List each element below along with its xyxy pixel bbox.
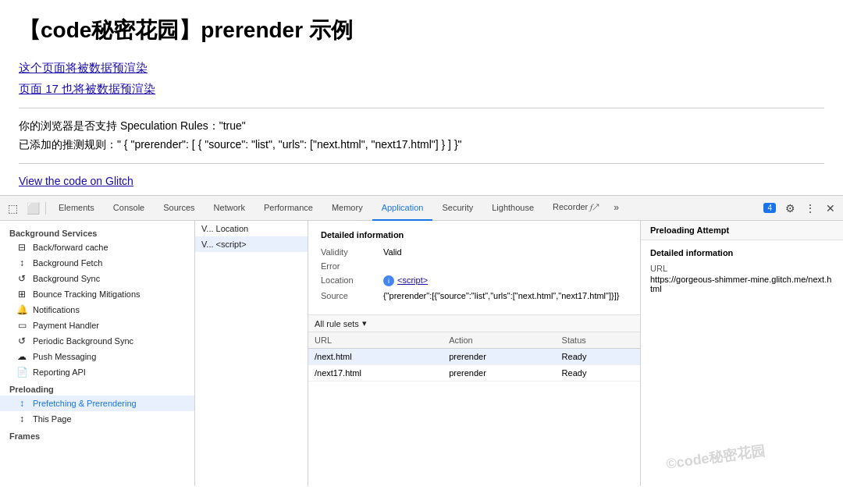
sidebar-item-payment[interactable]: ▭ Payment Handler bbox=[0, 318, 194, 333]
detail-error-row: Error bbox=[321, 261, 628, 271]
row1-url: /next.html bbox=[308, 349, 443, 365]
payment-icon: ▭ bbox=[16, 320, 28, 331]
push-icon: ☁ bbox=[16, 351, 28, 362]
location-link[interactable]: <script> bbox=[397, 275, 428, 285]
row2-status: Ready bbox=[556, 365, 640, 382]
page-title: 【code秘密花园】prerender 示例 bbox=[19, 16, 824, 45]
error-key: Error bbox=[321, 261, 383, 271]
bfcache-icon: ⊟ bbox=[16, 242, 28, 253]
detail-section: Detailed information Validity Valid Erro… bbox=[308, 221, 640, 315]
info2: 已添加的推测规则：" { "prerender": [ { "source": … bbox=[19, 138, 824, 152]
location-key: Location bbox=[321, 275, 383, 285]
sidebar-item-prefetch[interactable]: ↕ Prefetching & Prerendering bbox=[0, 396, 194, 411]
tab-sources[interactable]: Sources bbox=[154, 196, 204, 221]
tab-application[interactable]: Application bbox=[372, 196, 433, 221]
divider1 bbox=[19, 108, 824, 108]
table-row[interactable]: /next.html prerender Ready bbox=[308, 349, 640, 365]
attempt-url-row: URL https://gorgeous-shimmer-mine.glitch… bbox=[650, 264, 834, 293]
tab-recorder[interactable]: Recorder 𝑓↗ bbox=[543, 196, 609, 221]
col-action: Action bbox=[443, 332, 555, 349]
sidebar-item-bfcache[interactable]: ⊟ Back/forward cache bbox=[0, 240, 194, 255]
notif-icon: 🔔 bbox=[16, 304, 28, 315]
bgsync-icon: ↺ bbox=[16, 273, 28, 284]
col-url: URL bbox=[308, 332, 443, 349]
sidebar-item-bounce[interactable]: ⊞ Bounce Tracking Mitigations bbox=[0, 286, 194, 302]
attempt-url-key: URL bbox=[650, 264, 834, 273]
attempt-subtitle: Detailed information bbox=[650, 248, 834, 257]
reporting-icon: 📄 bbox=[16, 367, 28, 378]
devtools-tabs: Elements Console Sources Network Perform… bbox=[49, 196, 762, 221]
sidebar-item-reporting[interactable]: 📄 Reporting API bbox=[0, 364, 194, 380]
link2[interactable]: 页面 17 也将被数据预渲染 bbox=[19, 82, 824, 97]
detail-source-row: Source {"prerender":[{"source":"list","u… bbox=[321, 291, 628, 300]
attempt-title: Preloading Attempt bbox=[641, 221, 843, 240]
tab-security[interactable]: Security bbox=[432, 196, 482, 221]
info1: 你的浏览器是否支持 Speculation Rules："true" bbox=[19, 119, 824, 133]
row2-url: /next17.html bbox=[308, 365, 443, 382]
attempt-url-val: https://gorgeous-shimmer-mine.glitch.me/… bbox=[650, 275, 834, 293]
prerender-table-container: URL Action Status /next.html prerender R… bbox=[308, 332, 640, 382]
ruleset-bar: All rule sets ▾ bbox=[308, 315, 640, 332]
right-detail-panel: Detailed information Validity Valid Erro… bbox=[308, 221, 640, 486]
sidebar-item-periodicbg[interactable]: ↺ Periodic Background Sync bbox=[0, 333, 194, 349]
col-status: Status bbox=[556, 332, 640, 349]
devtools-main: V... Location V... <script> Detailed inf… bbox=[195, 221, 843, 486]
validity-key: Validity bbox=[321, 247, 383, 257]
devtools-sidebar: Background Services ⊟ Back/forward cache… bbox=[0, 221, 195, 486]
tab-lighthouse[interactable]: Lighthouse bbox=[482, 196, 543, 221]
page-content: 【code秘密花园】prerender 示例 这个页面将被数据预渲染 页面 17… bbox=[0, 0, 843, 195]
mid-panel: V... Location V... <script> bbox=[195, 221, 308, 486]
sidebar-section-bg: Background Services bbox=[0, 224, 194, 240]
sidebar-item-bgsync[interactable]: ↺ Background Sync bbox=[0, 271, 194, 286]
prerender-table: URL Action Status /next.html prerender R… bbox=[308, 332, 640, 382]
detail-location-row: Location i<script> bbox=[321, 275, 628, 286]
glitch-link[interactable]: View the code on Glitch bbox=[19, 175, 133, 187]
toolbar-separator1 bbox=[45, 202, 46, 215]
tab-memory[interactable]: Memory bbox=[322, 196, 372, 221]
sidebar-section-preload: Preloading bbox=[0, 380, 194, 396]
tab-network[interactable]: Network bbox=[205, 196, 254, 221]
row1-status: Ready bbox=[556, 349, 640, 365]
devtools-toolbar: ⬚ ⬜ Elements Console Sources Network Per… bbox=[0, 196, 843, 221]
sidebar-item-notif[interactable]: 🔔 Notifications bbox=[0, 302, 194, 318]
bounce-icon: ⊞ bbox=[16, 289, 28, 300]
tab-more[interactable]: » bbox=[609, 196, 624, 221]
ruleset-dropdown-arrow: ▾ bbox=[362, 318, 367, 328]
devtools-panel: ⬚ ⬜ Elements Console Sources Network Per… bbox=[0, 195, 843, 486]
tab-performance[interactable]: Performance bbox=[254, 196, 322, 221]
mid-item-script[interactable]: V... <script> bbox=[195, 236, 308, 252]
location-val-container: i<script> bbox=[383, 275, 428, 286]
bgfetch-icon: ↕ bbox=[16, 257, 28, 268]
info-icon: i bbox=[383, 275, 394, 286]
devtools-body: Background Services ⊟ Back/forward cache… bbox=[0, 221, 843, 486]
attempt-body: Detailed information URL https://gorgeou… bbox=[641, 240, 843, 306]
source-val: {"prerender":[{"source":"list","urls":["… bbox=[383, 291, 619, 300]
more-icon[interactable]: ⋮ bbox=[801, 199, 820, 218]
sidebar-item-push[interactable]: ☁ Push Messaging bbox=[0, 349, 194, 364]
row2-action: prerender bbox=[443, 365, 555, 382]
toolbar-right: 4 ⚙ ⋮ ✕ bbox=[763, 199, 840, 218]
ruleset-dropdown[interactable]: All rule sets ▾ bbox=[315, 318, 367, 328]
detail-title: Detailed information bbox=[321, 230, 628, 240]
table-row[interactable]: /next17.html prerender Ready bbox=[308, 365, 640, 382]
link1[interactable]: 这个页面将被数据预渲染 bbox=[19, 61, 824, 76]
prefetch-icon: ↕ bbox=[16, 398, 28, 409]
detail-validity-row: Validity Valid bbox=[321, 247, 628, 257]
mid-item-location[interactable]: V... Location bbox=[195, 221, 308, 236]
tab-console[interactable]: Console bbox=[104, 196, 154, 221]
row1-action: prerender bbox=[443, 349, 555, 365]
inspect-icon[interactable]: ⬚ bbox=[3, 199, 22, 218]
issues-badge: 4 bbox=[763, 203, 776, 213]
thispage-icon: ↕ bbox=[16, 413, 28, 424]
close-icon[interactable]: ✕ bbox=[821, 199, 840, 218]
device-icon[interactable]: ⬜ bbox=[23, 199, 42, 218]
attempt-panel: Preloading Attempt Detailed information … bbox=[640, 221, 843, 486]
validity-val: Valid bbox=[383, 247, 402, 257]
sidebar-item-thispage[interactable]: ↕ This Page bbox=[0, 411, 194, 427]
sidebar-section-frames: Frames bbox=[0, 427, 194, 442]
sidebar-item-bgfetch[interactable]: ↕ Background Fetch bbox=[0, 255, 194, 271]
tab-elements[interactable]: Elements bbox=[49, 196, 104, 221]
settings-icon[interactable]: ⚙ bbox=[781, 199, 799, 218]
divider2 bbox=[19, 163, 824, 164]
content-split-top: V... Location V... <script> Detailed inf… bbox=[195, 221, 843, 486]
